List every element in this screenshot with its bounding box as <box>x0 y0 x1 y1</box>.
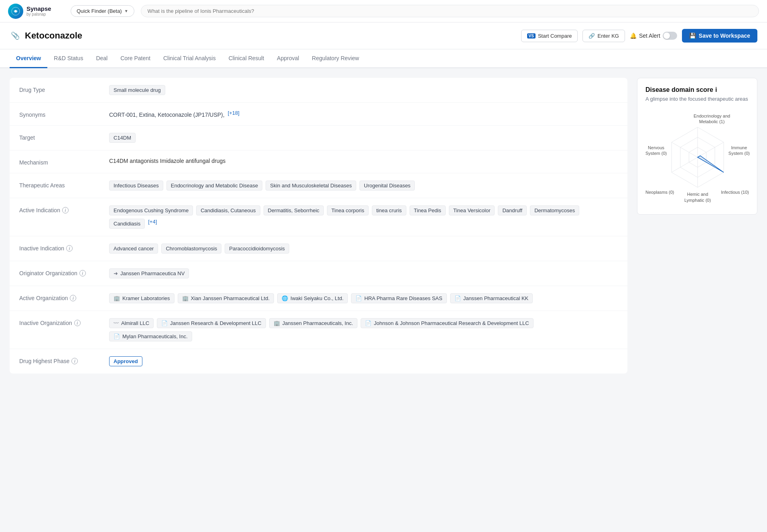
quick-finder-button[interactable]: Quick Finder (Beta) ▼ <box>71 5 134 17</box>
inactive-org-tag: 〰 Almirall LLC <box>109 318 154 328</box>
svg-line-10 <box>672 142 698 158</box>
save-to-workspace-button[interactable]: 💾 Save to Workspace <box>682 29 757 43</box>
tab-clinical-result[interactable]: Clinical Result <box>222 49 271 68</box>
building-icon: 🏢 <box>114 295 120 301</box>
synonyms-text: CORT-001, Extina, Ketoconazole (JP17/USP… <box>109 110 225 118</box>
target-value: C14DM <box>109 133 618 143</box>
drug-name: Ketoconazole <box>25 30 82 41</box>
enter-kg-label: Enter KG <box>597 33 619 39</box>
top-nav: Synapse by palsnap Quick Finder (Beta) ▼ <box>0 0 767 22</box>
tab-core-patent[interactable]: Core Patent <box>114 49 157 68</box>
tabs-bar: Overview R&D Status Deal Core Patent Cli… <box>0 49 767 68</box>
inactive-org-value: 〰 Almirall LLC📄 Janssen Research & Devel… <box>109 318 618 341</box>
tab-overview[interactable]: Overview <box>10 49 47 68</box>
right-panel: Disease domain score i A glimpse into th… <box>637 78 757 526</box>
originator-row: Originator Organization i ➜ Janssen Phar… <box>10 261 627 286</box>
doc-icon: 📄 <box>114 333 120 339</box>
drug-header: 📎 Ketoconazole VS Start Compare 🔗 Enter … <box>0 22 767 49</box>
inactive-indication-row: Inactive Indication i Advanced cancerChr… <box>10 236 627 261</box>
tab-regulatory[interactable]: Regulatory Review <box>306 49 366 68</box>
tab-deal[interactable]: Deal <box>89 49 114 68</box>
originator-label: Originator Organization i <box>19 268 99 276</box>
active-indication-row: Active Indication i Endogenous Cushing S… <box>10 198 627 236</box>
therapeutic-area-tag: Skin and Musculoskeletal Diseases <box>266 181 356 191</box>
doc-icon: 📄 <box>355 295 362 301</box>
mechanism-row: Mechanism C14DM antagonists Imidazole an… <box>10 150 627 173</box>
active-org-tag: 📄 Janssen Pharmaceutical KK <box>450 293 533 303</box>
wave-icon: 〰 <box>114 320 119 326</box>
active-indication-tag: Dermatitis, Seborrheic <box>264 205 324 215</box>
building-icon: 🏢 <box>182 295 189 301</box>
target-row: Target C14DM <box>10 126 627 150</box>
synonyms-label: Synonyms <box>19 110 99 118</box>
logo-area: Synapse by palsnap <box>8 4 64 19</box>
active-indication-tag: Dandruff <box>498 205 527 215</box>
synonyms-more-link[interactable]: [+18] <box>228 110 239 116</box>
header-actions: VS Start Compare 🔗 Enter KG 🔔 Set Alert … <box>521 29 757 43</box>
inactive-org-tag: 📄 Janssen Research & Development LLC <box>157 318 266 328</box>
mechanism-value: C14DM antagonists Imidazole antifungal d… <box>109 158 618 164</box>
quick-finder-label: Quick Finder (Beta) <box>77 8 122 14</box>
inactive-indication-label: Inactive Indication i <box>19 244 99 252</box>
active-org-tag: 🌐 Iwaki Seiyaku Co., Ltd. <box>277 293 348 303</box>
active-org-tag: 🏢 Kramer Laboratories <box>109 293 175 303</box>
synonyms-value: CORT-001, Extina, Ketoconazole (JP17/USP… <box>109 110 618 118</box>
set-alert-label: Set Alert <box>639 32 660 39</box>
svg-point-1 <box>15 10 17 12</box>
inactive-org-tag: 📄 Johnson & Johnson Pharmaceutical Resea… <box>361 318 534 328</box>
active-indication-more[interactable]: [+4] <box>148 219 157 225</box>
doc-icon: 📄 <box>161 320 168 326</box>
disease-domain-card: Disease domain score i A glimpse into th… <box>637 78 757 215</box>
radar-label-infectious: Infectious (10) <box>721 189 749 195</box>
tab-approval[interactable]: Approval <box>270 49 305 68</box>
active-indication-value: Endogenous Cushing SyndromeCandidiasis, … <box>109 205 618 229</box>
therapeutic-area-tag: Urogenital Diseases <box>359 181 415 191</box>
active-org-value: 🏢 Kramer Laboratories🏢 Xian Janssen Phar… <box>109 293 618 303</box>
inactive-indication-value: Advanced cancerChromoblastomycosisParaco… <box>109 244 618 254</box>
therapeutic-areas-value: Infectious DiseasesEndocrinology and Met… <box>109 181 618 191</box>
left-panel: Drug Type Small molecule drug Synonyms C… <box>10 78 627 526</box>
radar-label-hemic: Hemic andLymphatic (0) <box>684 191 711 203</box>
inactive-indication-tag: Advanced cancer <box>109 244 158 254</box>
info-icon-score: i <box>715 86 717 93</box>
active-org-row: Active Organization i 🏢 Kramer Laborator… <box>10 286 627 311</box>
drug-highest-phase-label: Drug Highest Phase i <box>19 356 99 364</box>
save-workspace-label: Save to Workspace <box>699 32 750 39</box>
arrow-icon: ➜ <box>114 270 118 276</box>
active-indication-label: Active Indication i <box>19 205 99 213</box>
inactive-org-label: Inactive Organization i <box>19 318 99 326</box>
doc-icon: 📄 <box>365 320 371 326</box>
drug-type-row: Drug Type Small molecule drug <box>10 78 627 103</box>
radar-label-nervous: NervousSystem (0) <box>645 145 667 156</box>
synonyms-row: Synonyms CORT-001, Extina, Ketoconazole … <box>10 103 627 126</box>
doc-icon: 📄 <box>455 295 461 301</box>
therapeutic-area-tag: Infectious Diseases <box>109 181 163 191</box>
info-icon-originator: i <box>79 270 86 276</box>
drug-highest-phase-row: Drug Highest Phase i Approved <box>10 349 627 374</box>
enter-kg-button[interactable]: 🔗 Enter KG <box>582 30 625 42</box>
inactive-indication-tag: Paracoccidioidomycosis <box>225 244 289 254</box>
start-compare-button[interactable]: VS Start Compare <box>521 30 578 42</box>
inactive-org-tag: 🏢 Janssen Pharmaceuticals, Inc. <box>269 318 357 328</box>
active-indication-tag: Candidiasis, Cutaneous <box>196 205 260 215</box>
vs-badge: VS <box>527 33 536 39</box>
active-org-tag: 🏢 Xian Janssen Pharmaceutical Ltd. <box>178 293 274 303</box>
active-indication-tag: Candidiasis <box>109 219 145 229</box>
tab-rd-status[interactable]: R&D Status <box>47 49 89 68</box>
search-input[interactable] <box>141 5 759 17</box>
drug-type-value: Small molecule drug <box>109 85 618 95</box>
overview-table: Drug Type Small molecule drug Synonyms C… <box>10 78 627 374</box>
active-org-tag: 📄 HRA Pharma Rare Diseases SAS <box>351 293 446 303</box>
mechanism-text: C14DM antagonists Imidazole antifungal d… <box>109 158 225 164</box>
main-content: Drug Type Small molecule drug Synonyms C… <box>0 68 767 532</box>
info-icon-inactive-org: i <box>74 320 81 326</box>
info-icon-active-org: i <box>70 295 76 301</box>
globe-icon: 🌐 <box>282 295 288 301</box>
therapeutic-areas-row: Therapeutic Areas Infectious DiseasesEnd… <box>10 173 627 198</box>
tab-clinical-trial[interactable]: Clinical Trial Analysis <box>157 49 222 68</box>
score-subtitle: A glimpse into the focused therapeutic a… <box>645 96 749 102</box>
drug-type-tag: Small molecule drug <box>109 85 165 95</box>
info-icon: i <box>62 207 69 213</box>
alert-toggle[interactable] <box>663 32 677 40</box>
logo-text: Synapse by palsnap <box>26 6 51 17</box>
